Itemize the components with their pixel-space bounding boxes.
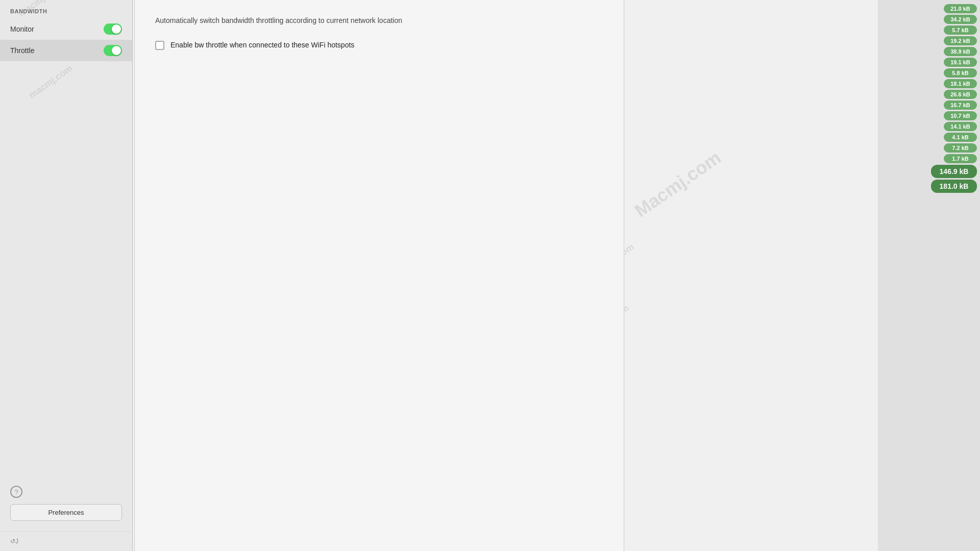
bandwidth-row: 19.1 kB [901,58,977,67]
bandwidth-badge: 19.2 kB [944,36,977,45]
bandwidth-row: 19.2 kB [901,36,977,45]
bandwidth-row: 21.0 kB [901,4,977,13]
bandwidth-row: 4.1 kB [901,133,977,142]
preferences-button[interactable]: Preferences [10,504,122,521]
wifi-throttle-label: Enable bw throttle when connected to the… [170,40,354,51]
bandwidth-badge: 181.0 kB [931,180,977,193]
bandwidth-row: 16.7 kB [901,101,977,110]
sidebar-bottom: ? Preferences [0,475,132,531]
sidebar-item-monitor[interactable]: Monitor [0,18,132,40]
monitor-toggle[interactable] [104,23,122,35]
bandwidth-row: 26.6 kB [901,90,977,99]
help-button[interactable]: ? [10,486,22,498]
bandwidth-badge: 10.7 kB [944,111,977,120]
bandwidth-row: 18.1 kB [901,79,977,88]
wifi-throttle-checkbox[interactable] [155,41,164,50]
throttle-toggle[interactable] [104,45,122,56]
bandwidth-badge: 14.1 kB [944,122,977,131]
bandwidth-row: 38.9 kB [901,47,977,56]
modal-body: Automatically switch bandwidth throttlin… [135,0,624,551]
bandwidth-badge: 21.0 kB [944,4,977,13]
footer-text: ↺J [10,538,18,545]
sidebar-footer: ↺J [0,531,132,551]
bandwidth-badge: 16.7 kB [944,101,977,110]
bandwidth-badge: 18.1 kB [944,79,977,88]
bandwidth-badge: 146.9 kB [931,165,977,178]
sidebar: BANDWIDTH Monitor Throttle ? Preferences… [0,0,133,551]
sidebar-section-title: BANDWIDTH [0,0,132,18]
checkbox-row: Enable bw throttle when connected to the… [155,40,603,51]
bandwidth-badge: 7.2 kB [944,143,977,153]
bandwidth-badge: 5.7 kB [944,26,977,35]
bandwidth-badge: 5.8 kB [944,68,977,78]
bandwidth-row: 1.7 kB [901,154,977,163]
bandwidth-badge: 1.7 kB [944,154,977,163]
bandwidth-badge: 34.2 kB [944,15,977,24]
bandwidth-row: 14.1 kB [901,122,977,131]
monitor-label: Monitor [10,25,100,33]
bandwidth-row: 5.8 kB [901,68,977,78]
modal-description: Automatically switch bandwidth throttlin… [155,15,603,26]
bandwidth-row: 7.2 kB [901,143,977,153]
bandwidth-row: 10.7 kB [901,111,977,120]
bandwidth-row: 5.7 kB [901,26,977,35]
modal-panel: Automatically switch bandwidth throttlin… [134,0,624,551]
bandwidth-badge: 38.9 kB [944,47,977,56]
bandwidth-list: 21.0 kB34.2 kB5.7 kB19.2 kB38.9 kB19.1 k… [898,0,980,551]
bandwidth-badge: 26.6 kB [944,90,977,99]
bandwidth-row: 181.0 kB [901,180,977,193]
bandwidth-badge: 19.1 kB [944,58,977,67]
bandwidth-badge: 4.1 kB [944,133,977,142]
throttle-label: Throttle [10,46,100,55]
bandwidth-row: 146.9 kB [901,165,977,178]
bandwidth-row: 34.2 kB [901,15,977,24]
sidebar-item-throttle[interactable]: Throttle [0,40,132,61]
